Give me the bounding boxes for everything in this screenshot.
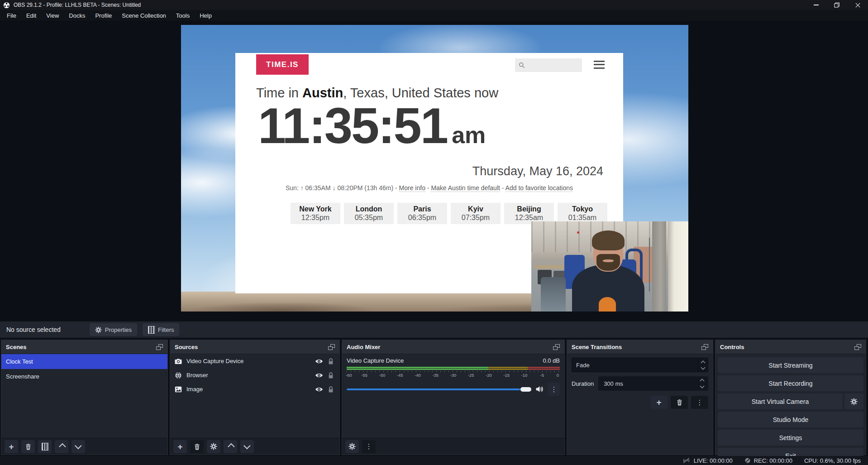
visibility-eye-icon[interactable] [315, 359, 323, 364]
tick-label: -55 [361, 373, 367, 378]
menu-profile[interactable]: Profile [90, 10, 117, 21]
preview-area[interactable]: TIME.IS Time in Austin, Texas, United St… [0, 21, 868, 321]
transition-value: Fade [572, 362, 698, 369]
scenes-toolbar: + [1, 438, 167, 455]
mixer-channel-menu-button[interactable]: ⋮ [548, 383, 560, 396]
properties-button[interactable]: Properties [90, 323, 137, 336]
scenes-title: Scenes [6, 344, 27, 350]
add-transition-button[interactable]: + [650, 396, 668, 409]
meter-tick-labels: -60 -55 -50 -45 -40 -35 -30 -25 -20 -15 … [347, 373, 560, 379]
settings-button[interactable]: Settings [718, 430, 863, 446]
popout-icon[interactable] [328, 344, 335, 350]
filter-icon [42, 443, 48, 451]
menu-docks[interactable]: Docks [64, 10, 90, 21]
source-item-browser[interactable]: Browser [170, 368, 339, 382]
live-timer: LIVE: 00:00:00 [694, 457, 733, 464]
menu-edit[interactable]: Edit [21, 10, 41, 21]
close-button[interactable] [847, 0, 868, 10]
globe-icon [175, 372, 182, 379]
menu-file[interactable]: File [2, 10, 21, 21]
mixer-header: Audio Mixer [342, 340, 564, 354]
visibility-eye-icon[interactable] [315, 373, 323, 378]
menu-help[interactable]: Help [195, 10, 217, 21]
source-item-image[interactable]: Image [170, 382, 339, 396]
duration-spinbox[interactable]: 300 ms [598, 376, 708, 391]
move-scene-down-button[interactable] [72, 440, 85, 453]
transition-select[interactable]: Fade [572, 358, 708, 372]
scene-canvas[interactable]: TIME.IS Time in Austin, Texas, United St… [181, 25, 688, 312]
timeis-clock: 11:35:51am [258, 96, 486, 155]
city-time: 12:35am [504, 214, 554, 222]
menu-tools[interactable]: Tools [171, 10, 195, 21]
lock-icon[interactable] [328, 358, 334, 365]
tick-label: -60 [346, 373, 352, 378]
webcam-pillar [652, 221, 666, 312]
studio-mode-button[interactable]: Studio Mode [718, 412, 863, 427]
select-arrows[interactable] [698, 358, 708, 372]
menu-view[interactable]: View [41, 10, 64, 21]
tick-label: -30 [450, 373, 457, 378]
start-recording-button[interactable]: Start Recording [718, 375, 863, 391]
popout-icon[interactable] [156, 344, 163, 350]
source-item-video-capture[interactable]: Video Capture Device [170, 354, 339, 368]
stream-inactive-icon [682, 457, 691, 464]
audio-mixer-panel: Audio Mixer Video Capture Device 0.0 dB … [342, 340, 565, 455]
spin-up-icon[interactable] [700, 379, 704, 384]
timeis-search-box [515, 58, 582, 72]
remove-source-button[interactable] [190, 440, 204, 453]
title-bar: OBS 29.1.2 - Profile: LLHLS BETA - Scene… [0, 0, 868, 10]
lock-icon[interactable] [328, 386, 334, 393]
webcam-shirt-logo [599, 297, 616, 312]
close-icon [855, 3, 860, 8]
virtual-camera-config-button[interactable] [844, 393, 863, 409]
plus-icon: + [9, 442, 14, 451]
duration-label: Duration [572, 380, 594, 387]
city-tile: Paris06:35pm [397, 203, 447, 224]
scene-filters-button[interactable] [38, 440, 52, 453]
start-streaming-button[interactable]: Start Streaming [718, 357, 863, 373]
remove-scene-button[interactable] [21, 440, 35, 453]
filters-label: Filters [158, 326, 174, 333]
spin-down-icon[interactable] [700, 384, 704, 388]
visibility-eye-icon[interactable] [315, 387, 323, 392]
gear-icon [95, 326, 102, 333]
filters-button[interactable]: Filters [143, 323, 179, 336]
move-source-down-button[interactable] [240, 440, 254, 453]
popout-icon[interactable] [701, 344, 708, 350]
add-scene-button[interactable]: + [5, 440, 18, 453]
scene-item-screenshare[interactable]: Screenshare [1, 369, 167, 384]
clock-meridiem: am [452, 122, 486, 148]
transition-menu-button[interactable]: ⋮ [691, 396, 708, 409]
restore-button[interactable] [826, 0, 847, 10]
kebab-menu-icon: ⋮ [551, 385, 558, 393]
speaker-icon[interactable] [535, 386, 544, 393]
plus-icon: + [656, 398, 661, 407]
mixer-menu-button[interactable]: ⋮ [362, 440, 376, 453]
mixer-db-value: 0.0 dB [543, 357, 560, 364]
minimize-icon [814, 5, 819, 5]
add-favorite-link: Add to favorite locations [506, 184, 573, 192]
volume-slider[interactable] [347, 387, 531, 392]
menu-scene-collection[interactable]: Scene Collection [117, 10, 171, 21]
webcam-person-mouth [603, 259, 614, 262]
scene-item-clock-test[interactable]: Clock Test [1, 354, 167, 369]
popout-icon[interactable] [553, 344, 560, 350]
lock-icon[interactable] [328, 372, 334, 379]
sources-toolbar: + [170, 438, 339, 455]
minimize-button[interactable] [806, 0, 826, 10]
add-source-button[interactable]: + [173, 440, 187, 453]
source-properties-button[interactable] [207, 440, 220, 453]
move-source-up-button[interactable] [224, 440, 237, 453]
remove-transition-button[interactable] [671, 396, 688, 409]
menu-bar: File Edit View Docks Profile Scene Colle… [0, 10, 868, 21]
slider-handle[interactable] [520, 387, 531, 392]
popout-icon[interactable] [854, 344, 861, 350]
gear-icon [210, 443, 217, 450]
city-tile: New York12:35pm [291, 203, 340, 224]
start-virtual-camera-button[interactable]: Start Virtual Camera [718, 393, 843, 409]
city-name: Beijing [504, 205, 554, 213]
advanced-audio-button[interactable] [345, 440, 359, 453]
move-scene-up-button[interactable] [55, 440, 68, 453]
window-title: OBS 29.1.2 - Profile: LLHLS BETA - Scene… [14, 2, 141, 8]
separator: - [500, 184, 506, 192]
